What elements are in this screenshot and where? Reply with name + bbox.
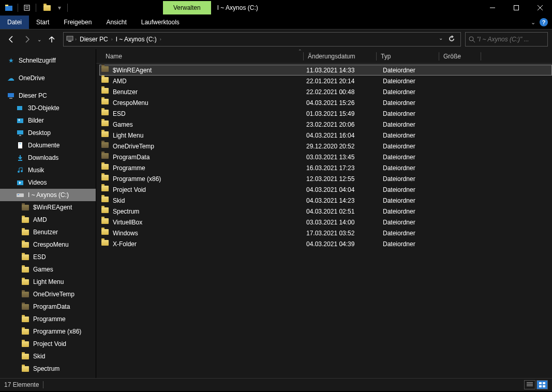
qat-folder-icon[interactable] [40,5,54,11]
search-box[interactable] [465,32,548,47]
navigation-tree[interactable]: ★Schnellzugriff ☁OneDrive Dieser PC 3D-O… [0,49,96,378]
tree-drive-c[interactable]: I ~ Axynos (C:) [0,189,96,201]
breadcrumb-drive[interactable]: I ~ Axynos (C:) [114,36,159,43]
tree-item[interactable]: CrespoMenu [0,238,96,251]
ribbon-expand-icon[interactable]: ⌄ [531,19,535,26]
file-type: Dateiordner [379,99,441,107]
tree-label: ESD [33,253,46,261]
column-size[interactable]: Größe [439,53,481,60]
back-button[interactable] [4,32,19,47]
tree-quick-access[interactable]: ★Schnellzugriff [0,54,96,67]
tree-item[interactable]: OneDriveTemp [0,288,96,300]
help-icon[interactable]: ? [540,18,548,26]
maximize-button[interactable] [504,0,528,16]
tree-item[interactable]: Games [0,263,96,276]
tree-item[interactable]: Light Menu [0,276,96,288]
tree-item[interactable]: Videos [0,176,96,189]
tree-item[interactable]: AMD [0,214,96,226]
file-row[interactable]: AMD22.01.2021 20:14Dateiordner [99,76,552,86]
tree-onedrive[interactable]: ☁OneDrive [0,72,96,84]
file-row[interactable]: VirtuellBox03.03.2021 14:00Dateiordner [99,217,552,228]
tree-label: AMD [33,216,47,223]
tree-label: Dieser PC [19,92,47,99]
folder-icon [21,216,30,224]
file-row[interactable]: Skid04.03.2021 14:23Dateiordner [99,195,552,206]
tree-item[interactable]: ProgramData [0,300,96,313]
file-row[interactable]: Games23.02.2021 20:06Dateiordner [99,119,552,130]
folder-icon [101,229,111,237]
chevron-right-icon[interactable]: › [110,37,114,42]
file-row[interactable]: ESD01.03.2021 15:49Dateiordner [99,108,552,119]
folder-icon [21,290,30,298]
tree-item[interactable]: Bilder [0,114,96,127]
file-row[interactable]: Benutzer22.02.2021 00:48Dateiordner [99,86,552,97]
tree-item[interactable]: 3D-Objekte [0,102,96,114]
tree-item[interactable]: $WinREAgent [0,201,96,214]
file-name: X-Folder [113,240,306,248]
svg-rect-32 [543,382,545,384]
up-button[interactable] [44,32,59,47]
pc-icon [66,35,74,44]
file-name: Light Menu [113,132,306,139]
tree-item[interactable]: Programme [0,313,96,325]
file-row[interactable]: Project Void04.03.2021 04:04Dateiordner [99,184,552,195]
file-row[interactable]: Spectrum04.03.2021 02:51Dateiordner [99,206,552,217]
svg-rect-6 [514,6,519,10]
tree-item[interactable]: Downloads [0,152,96,164]
search-input[interactable] [477,36,544,43]
column-name[interactable]: Name [101,53,303,60]
file-row[interactable]: Programme (x86)12.03.2021 12:55Dateiordn… [99,173,552,184]
tree-label: OneDrive [19,74,45,82]
close-button[interactable] [528,0,552,16]
chevron-right-icon[interactable]: › [159,37,162,42]
column-type[interactable]: Typ [377,53,439,60]
column-date[interactable]: Änderungsdatum [304,53,376,60]
address-bar[interactable]: › Dieser PC › I ~ Axynos (C:) › ⌄ [63,32,461,47]
tree-item[interactable]: Benutzer [0,226,96,238]
tab-start[interactable]: Start [29,16,56,29]
tree-label: Light Menu [33,278,64,285]
manage-context-tab[interactable]: Verwalten [163,1,211,14]
file-type: Dateiordner [379,208,441,215]
tree-label: Programme [33,315,66,323]
tab-share[interactable]: Freigeben [56,16,99,29]
tree-item[interactable]: Programme (x86) [0,325,96,338]
file-row[interactable]: ProgramData03.03.2021 13:45Dateiordner [99,152,552,162]
folder-icon [21,203,30,212]
tree-item[interactable]: Dokumente [0,139,96,152]
tab-drive-tools[interactable]: Laufwerktools [134,16,187,29]
file-row[interactable]: X-Folder04.03.2021 04:39Dateiordner [99,238,552,249]
tree-item[interactable]: Skid [0,350,96,363]
file-row[interactable]: OneDriveTemp29.12.2020 20:52Dateiordner [99,141,552,152]
file-name: AMD [113,78,306,85]
tree-item[interactable]: Desktop [0,127,96,139]
file-row[interactable]: Programme16.03.2021 17:23Dateiordner [99,162,552,173]
tab-file[interactable]: Datei [0,16,29,29]
forward-button[interactable] [20,32,34,47]
file-row[interactable]: CrespoMenu04.03.2021 15:26Dateiordner [99,97,552,108]
file-list[interactable]: $WinREAgent11.03.2021 14:33DateiordnerAM… [96,64,552,378]
file-name: Programme (x86) [113,175,306,183]
refresh-icon[interactable] [448,35,455,44]
tree-item[interactable]: ESD [0,251,96,263]
tree-item[interactable]: Spectrum [0,363,96,375]
qat-dropdown[interactable]: ▾ [56,4,63,11]
tab-view[interactable]: Ansicht [99,16,133,29]
view-icons-button[interactable] [536,380,548,389]
file-row[interactable]: Windows17.03.2021 03:52Dateiordner [99,228,552,238]
minimize-button[interactable] [481,0,504,16]
file-row[interactable]: $WinREAgent11.03.2021 14:33Dateiordner [99,65,552,76]
view-details-button[interactable] [524,380,535,389]
breadcrumb-pc[interactable]: Dieser PC [78,36,110,43]
tree-this-pc[interactable]: Dieser PC [0,89,96,102]
address-dropdown-icon[interactable]: ⌄ [439,35,443,44]
history-dropdown[interactable]: ⌄ [35,32,43,47]
chevron-right-icon[interactable]: › [74,37,78,42]
properties-icon[interactable] [22,3,32,12]
file-date: 04.03.2021 04:39 [306,240,379,248]
tree-item[interactable]: Musik [0,164,96,176]
file-row[interactable]: Light Menu04.03.2021 16:04Dateiordner [99,130,552,141]
folder-icon [101,66,111,74]
tree-item[interactable]: Project Void [0,338,96,350]
file-type: Dateiordner [379,197,441,204]
